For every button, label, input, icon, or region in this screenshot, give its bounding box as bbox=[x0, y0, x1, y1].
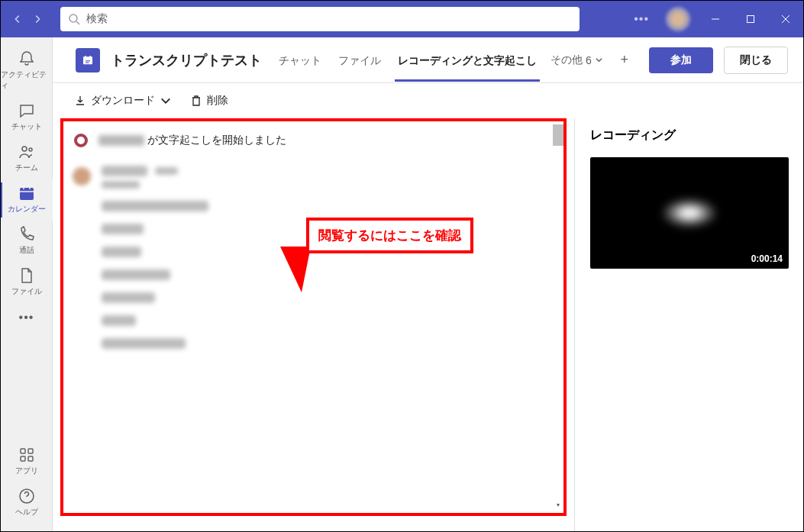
redacted-text bbox=[102, 224, 144, 234]
svg-rect-12 bbox=[21, 449, 25, 453]
scrollbar[interactable]: ▾ bbox=[553, 124, 563, 510]
speaker-avatar bbox=[71, 166, 92, 187]
rail-calendar[interactable]: カレンダー bbox=[1, 179, 53, 221]
recording-sidebar: レコーディング 0:00:14 bbox=[574, 118, 803, 531]
redacted-text bbox=[102, 315, 136, 326]
tab-files[interactable]: ファイル bbox=[335, 39, 384, 82]
rail-more[interactable]: ••• bbox=[1, 303, 53, 332]
user-avatar[interactable] bbox=[666, 7, 690, 31]
delete-button[interactable]: 削除 bbox=[190, 94, 228, 108]
redacted-text bbox=[102, 338, 186, 349]
redacted-text bbox=[102, 292, 155, 303]
svg-rect-14 bbox=[21, 456, 25, 461]
tab-chat[interactable]: チャット bbox=[276, 39, 325, 82]
recording-duration: 0:00:14 bbox=[751, 253, 783, 264]
redacted-name bbox=[98, 135, 144, 146]
nav-forward-button[interactable] bbox=[28, 10, 47, 28]
rail-help[interactable]: ヘルプ bbox=[1, 482, 53, 524]
transcript-toolbar: ダウンロード 削除 bbox=[53, 83, 803, 118]
nav-back-button[interactable] bbox=[8, 10, 27, 28]
add-tab-button[interactable]: + bbox=[614, 50, 635, 71]
scrollbar-thumb[interactable] bbox=[553, 124, 563, 146]
transcript-start-event: が文字起こしを開始しました bbox=[66, 124, 551, 161]
app-rail: アクティビティ チャット チーム カレンダー 通話 ファイル ••• アプリ bbox=[1, 37, 53, 531]
download-button[interactable]: ダウンロード bbox=[74, 94, 172, 108]
rail-apps[interactable]: アプリ bbox=[1, 441, 53, 482]
svg-point-7 bbox=[29, 148, 32, 151]
svg-rect-13 bbox=[28, 449, 33, 453]
redacted-text bbox=[102, 201, 208, 211]
svg-line-1 bbox=[76, 21, 79, 24]
svg-point-0 bbox=[69, 15, 77, 22]
svg-rect-3 bbox=[747, 16, 754, 23]
rail-calls[interactable]: 通話 bbox=[1, 221, 53, 262]
window-close-button[interactable] bbox=[768, 1, 803, 37]
meeting-title: トランスクリプトテスト bbox=[111, 51, 262, 69]
recording-sidebar-title: レコーディング bbox=[590, 118, 788, 157]
rail-chat[interactable]: チャット bbox=[1, 97, 53, 138]
redacted-text bbox=[102, 247, 141, 257]
trash-icon bbox=[190, 95, 202, 107]
transcript-pane: 閲覧するにはここを確認 が文字起こしを開始しました bbox=[53, 118, 574, 531]
svg-point-6 bbox=[22, 147, 27, 151]
scrollbar-down-button[interactable]: ▾ bbox=[553, 499, 563, 510]
rail-activity[interactable]: アクティビティ bbox=[1, 45, 53, 97]
svg-rect-18 bbox=[83, 56, 92, 58]
tab-recording[interactable]: レコーディングと文字起こし bbox=[395, 39, 540, 82]
window-minimize-button[interactable] bbox=[698, 1, 733, 37]
svg-rect-15 bbox=[28, 456, 33, 461]
tab-others[interactable]: その他 6 bbox=[551, 53, 603, 67]
titlebar-more-button[interactable]: ••• bbox=[625, 12, 658, 26]
rail-teams[interactable]: チーム bbox=[1, 138, 53, 179]
close-button[interactable]: 閉じる bbox=[724, 47, 788, 74]
chevron-down-icon bbox=[160, 95, 172, 107]
redacted-text bbox=[102, 166, 147, 176]
annotation-callout: 閲覧するにはここを確認 bbox=[306, 218, 473, 253]
recording-thumbnail[interactable]: 0:00:14 bbox=[590, 157, 789, 269]
search-placeholder: 検索 bbox=[86, 12, 108, 26]
redacted-text bbox=[155, 167, 178, 175]
search-input[interactable]: 検索 bbox=[60, 7, 580, 31]
rail-files[interactable]: ファイル bbox=[1, 262, 53, 303]
join-button[interactable]: 参加 bbox=[649, 47, 713, 73]
window-maximize-button[interactable] bbox=[733, 1, 768, 37]
video-preview-blur bbox=[663, 199, 716, 227]
titlebar: 検索 ••• bbox=[1, 1, 803, 37]
redacted-text bbox=[102, 181, 140, 189]
meeting-header: トランスクリプトテスト チャット ファイル レコーディングと文字起こし その他 … bbox=[53, 37, 803, 83]
chevron-down-icon bbox=[595, 56, 603, 64]
svg-rect-8 bbox=[20, 188, 34, 200]
download-icon bbox=[74, 95, 86, 107]
record-icon bbox=[74, 134, 88, 147]
redacted-text bbox=[102, 269, 170, 280]
calendar-event-icon bbox=[76, 48, 100, 73]
